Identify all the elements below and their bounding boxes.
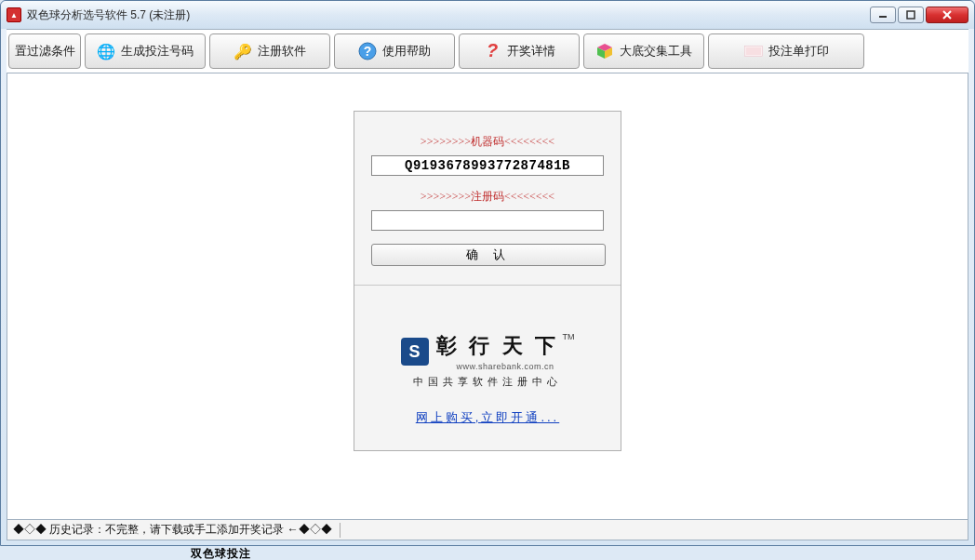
svg-rect-10 xyxy=(744,47,762,57)
window-title: 双色球分析选号软件 5.7 (未注册) xyxy=(27,7,190,23)
help-icon: ? xyxy=(358,42,377,60)
lottery-details-button[interactable]: ? 开奖详情 xyxy=(459,33,580,69)
filter-conditions-button[interactable]: 置过滤条件 xyxy=(8,33,81,69)
window-controls xyxy=(870,7,968,23)
brand-url: www.sharebank.com.cn xyxy=(436,362,575,371)
key-icon: 🔑 xyxy=(234,42,252,60)
confirm-button[interactable]: 确 认 xyxy=(371,244,606,266)
background-text: 双色球投注 xyxy=(0,546,975,559)
button-label: 使用帮助 xyxy=(382,43,431,60)
trademark-icon: TM xyxy=(562,332,574,341)
button-label: 注册软件 xyxy=(258,43,306,60)
registration-bottom: S 彰 行 天 下 TM www.sharebank.com.cn 中国共享软件… xyxy=(354,286,621,450)
minimize-button[interactable] xyxy=(870,7,896,23)
svg-text:?: ? xyxy=(487,42,498,60)
svg-text:?: ? xyxy=(364,44,372,59)
titlebar[interactable]: 双色球分析选号软件 5.7 (未注册) xyxy=(1,1,974,29)
main-area: >>>>>>>>机器码<<<<<<<< Q919367899377287481B… xyxy=(7,73,968,520)
status-text: ◆◇◆ 历史记录：不完整，请下载或手工添加开奖记录 ←◆◇◆ xyxy=(13,522,332,538)
register-software-button[interactable]: 🔑 注册软件 xyxy=(209,33,330,69)
brand-logo-icon: S xyxy=(401,338,429,366)
close-button[interactable] xyxy=(926,7,968,23)
brand-row: S 彰 行 天 下 TM www.sharebank.com.cn xyxy=(371,332,604,371)
print-ticket-button[interactable]: 投注单打印 xyxy=(708,33,864,69)
button-label: 投注单打印 xyxy=(768,43,829,60)
status-separator xyxy=(340,523,341,538)
svg-rect-1 xyxy=(907,11,915,19)
app-icon xyxy=(7,7,21,22)
machine-code-label: >>>>>>>>机器码<<<<<<<< xyxy=(371,134,604,150)
globe-icon: 🌐 xyxy=(97,42,115,60)
generate-numbers-button[interactable]: 🌐 生成投注号码 xyxy=(85,33,206,69)
brand-texts: 彰 行 天 下 TM www.sharebank.com.cn xyxy=(436,332,575,371)
help-button[interactable]: ? 使用帮助 xyxy=(334,33,455,69)
close-icon xyxy=(942,10,953,20)
brand-subtitle: 中国共享软件注册中心 xyxy=(371,375,604,389)
toolbar: 置过滤条件 🌐 生成投注号码 🔑 注册软件 ? 使用帮助 ? 开奖详情 大底交 xyxy=(7,29,968,73)
app-window: 双色球分析选号软件 5.7 (未注册) 置过滤条件 🌐 生成投注号码 🔑 注册软… xyxy=(0,0,975,546)
cube-icon xyxy=(595,42,614,60)
buy-online-link[interactable]: 网上购买,立即开通... xyxy=(416,409,559,426)
status-bar: ◆◇◆ 历史记录：不完整，请下载或手工添加开奖记录 ←◆◇◆ xyxy=(7,520,968,540)
maximize-button[interactable] xyxy=(898,7,924,23)
registration-code-input[interactable] xyxy=(371,210,604,231)
question-icon: ? xyxy=(483,42,501,60)
maximize-icon xyxy=(906,10,915,20)
brand-name: 彰 行 天 下 xyxy=(436,334,560,357)
machine-code-value: Q919367899377287481B xyxy=(371,155,604,176)
minimize-icon xyxy=(878,10,888,20)
button-label: 开奖详情 xyxy=(507,43,555,60)
registration-code-label: >>>>>>>>注册码<<<<<<<< xyxy=(371,189,604,205)
button-label: 生成投注号码 xyxy=(121,43,194,60)
ticket-icon xyxy=(744,42,763,60)
registration-panel: >>>>>>>>机器码<<<<<<<< Q919367899377287481B… xyxy=(354,111,621,451)
button-label: 置过滤条件 xyxy=(15,43,75,60)
registration-top: >>>>>>>>机器码<<<<<<<< Q919367899377287481B… xyxy=(354,112,621,285)
button-label: 大底交集工具 xyxy=(620,43,692,60)
intersection-tool-button[interactable]: 大底交集工具 xyxy=(583,33,704,69)
